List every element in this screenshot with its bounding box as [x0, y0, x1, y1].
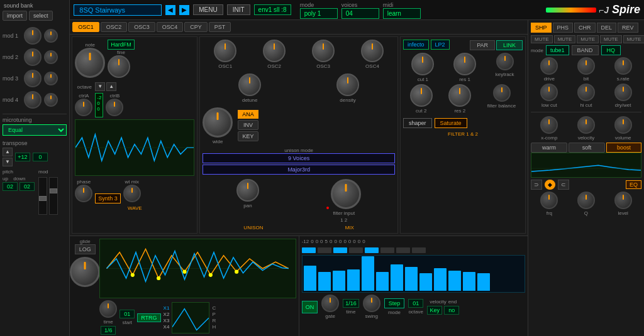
wave-display[interactable]: Synth 3	[95, 193, 121, 203]
mod-1-knob2[interactable]	[44, 29, 58, 43]
cut2-knob[interactable]	[410, 84, 433, 107]
microtuning-dropdown[interactable]: Equal Just Pythagorean	[3, 124, 67, 136]
osc4-level-knob[interactable]	[361, 40, 384, 62]
fine-knob[interactable]	[108, 55, 130, 78]
seq-bar-8[interactable]	[405, 267, 418, 291]
seq-bar-7[interactable]	[391, 264, 403, 291]
mute-shp[interactable]: MUTE	[531, 35, 553, 43]
filter-input-knob[interactable]	[331, 179, 361, 209]
frq-knob[interactable]	[540, 192, 558, 209]
density-knob[interactable]	[336, 73, 359, 96]
tab-cpy[interactable]: CPY	[184, 22, 208, 32]
mute-phs[interactable]: MUTE	[554, 35, 576, 43]
band-btn[interactable]: BAND	[572, 45, 599, 55]
note-knob[interactable]	[75, 48, 105, 78]
ana-btn[interactable]: ANA	[238, 110, 258, 119]
mute-chr[interactable]: MUTE	[577, 35, 599, 43]
wide-knob[interactable]	[203, 107, 233, 138]
warm-btn[interactable]: warm	[531, 143, 567, 153]
seq-arrow-8[interactable]	[412, 247, 426, 253]
res1-knob[interactable]	[453, 53, 476, 75]
osc3-level-knob[interactable]	[312, 40, 335, 62]
mod-2-knob[interactable]	[24, 48, 42, 66]
key-btn[interactable]: KEY	[238, 131, 258, 141]
res2-knob[interactable]	[448, 84, 471, 107]
fx-del[interactable]: DEL	[597, 23, 617, 33]
log-btn[interactable]: LOG	[75, 244, 96, 254]
lowcut-knob[interactable]	[540, 84, 558, 101]
lp2-display[interactable]: LP2	[431, 40, 450, 50]
seq-arrow-4[interactable]	[349, 247, 363, 253]
eq-curve-btn-2[interactable]: ⊂	[558, 180, 569, 190]
seq-arrow-1[interactable]	[302, 247, 316, 253]
cut1-knob[interactable]	[411, 53, 434, 75]
soft-btn[interactable]: soft	[569, 143, 605, 153]
seq-arrow-6[interactable]	[380, 247, 394, 253]
osc1-level-knob[interactable]	[214, 40, 236, 62]
boost-btn[interactable]: boost	[606, 143, 641, 153]
seq-bar-6[interactable]	[376, 272, 389, 291]
q-knob[interactable]	[577, 192, 595, 209]
seq-bar-1[interactable]	[304, 266, 316, 291]
seq-arrow-7[interactable]	[396, 247, 410, 253]
mod-1-knob[interactable]	[24, 27, 42, 45]
srate-knob[interactable]	[614, 57, 632, 75]
preset-next-btn[interactable]: ▶	[179, 5, 189, 15]
gate-knob[interactable]	[321, 295, 339, 312]
mode-display[interactable]: poly 1	[300, 8, 338, 19]
octave-down-btn[interactable]: ▼	[95, 82, 105, 91]
pitch-slider[interactable]	[38, 177, 47, 215]
voices-display[interactable]: 04	[341, 8, 379, 19]
seq-bar-11[interactable]	[448, 271, 461, 291]
select-button[interactable]: select	[29, 11, 53, 21]
preset-prev-btn[interactable]: ◀	[165, 5, 175, 15]
par-btn[interactable]: PAR	[470, 40, 495, 50]
hq-btn[interactable]: HQ	[601, 45, 621, 55]
rtrg-btn[interactable]: RTRG	[137, 313, 160, 322]
tab-osc1[interactable]: OSC1	[72, 22, 99, 32]
ctrla-knob[interactable]	[75, 99, 92, 116]
bit-knob[interactable]	[577, 57, 595, 75]
seq-bar-12[interactable]	[463, 272, 475, 291]
tube-display[interactable]: tube1	[546, 45, 569, 55]
tab-osc3[interactable]: OSC3	[128, 22, 155, 32]
level-knob[interactable]	[614, 192, 632, 209]
seq-arrow-3[interactable]	[333, 247, 347, 253]
transpose-down-btn[interactable]: ▼	[3, 158, 13, 166]
fx-chr[interactable]: CHR	[574, 23, 596, 33]
saturate-btn[interactable]: Saturate	[435, 118, 467, 128]
ctrlb-knob[interactable]	[106, 99, 123, 116]
fx-rev[interactable]: REV	[618, 23, 638, 33]
mod-2-knob2[interactable]	[44, 50, 58, 64]
vol-knob[interactable]	[614, 116, 632, 134]
mute-del[interactable]: MUTE	[600, 35, 622, 43]
env-time-knob[interactable]	[99, 300, 117, 318]
init-button[interactable]: INIT	[227, 4, 250, 15]
detune-knob[interactable]	[238, 73, 261, 96]
arp-mode-display[interactable]: Step	[384, 298, 405, 308]
tab-osc4[interactable]: OSC4	[157, 22, 184, 32]
eq-btn[interactable]: EQ	[626, 180, 641, 189]
voices-mode-display[interactable]: 9 Voices	[203, 153, 395, 163]
vel-knob[interactable]	[577, 116, 595, 134]
fx-phs[interactable]: PHS	[553, 23, 574, 33]
seq-arrow-2[interactable]	[318, 247, 331, 253]
pan-knob[interactable]	[236, 179, 259, 202]
glide-knob[interactable]	[70, 257, 100, 287]
hicut-knob[interactable]	[577, 84, 595, 101]
xcomp-knob[interactable]	[540, 116, 558, 134]
mod-3-knob2[interactable]	[44, 72, 58, 85]
menu-button[interactable]: MENU	[193, 4, 223, 15]
seq-bar-3[interactable]	[333, 271, 345, 291]
mod-3-knob[interactable]	[24, 70, 42, 87]
seq-bar-5[interactable]	[362, 256, 374, 291]
note-type-display[interactable]: HardFM	[108, 40, 135, 50]
phase-knob[interactable]	[75, 185, 92, 202]
arp-on-btn[interactable]: ON	[302, 301, 318, 313]
keytrack-knob[interactable]	[496, 53, 514, 70]
seq-bar-9[interactable]	[419, 273, 432, 291]
seq-bar-13[interactable]	[477, 273, 490, 291]
import-button[interactable]: import	[3, 11, 27, 21]
midi-display[interactable]: learn	[383, 8, 421, 19]
swing-knob[interactable]	[363, 295, 380, 312]
